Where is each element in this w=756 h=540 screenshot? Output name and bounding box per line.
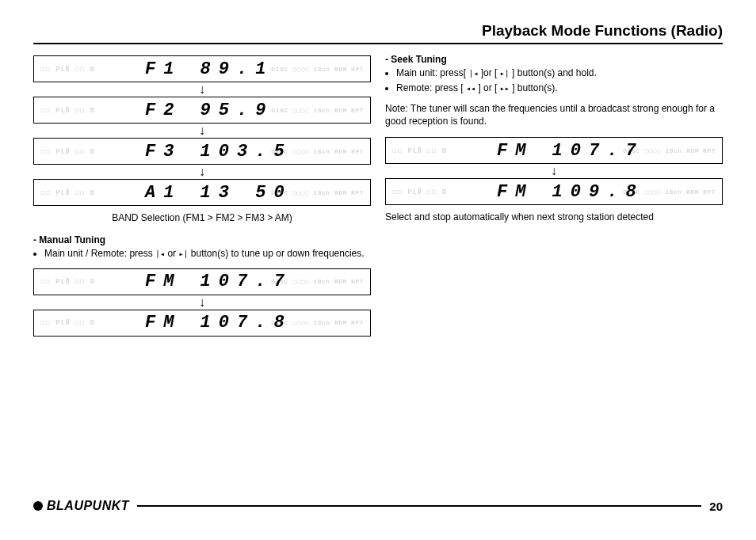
brand-text: BLAUPUNKT bbox=[47, 499, 129, 513]
brand-dot-icon bbox=[33, 501, 43, 511]
band-caption: BAND Selection (FM1 > FM2 > FM3 > AM) bbox=[33, 212, 371, 223]
brand-logo: BLAUPUNKT bbox=[33, 499, 129, 513]
prev-track-icon: |◂ bbox=[155, 249, 165, 260]
fast-forward-icon: ▸▸ bbox=[500, 84, 510, 95]
lcd-manual-1: ◻◻ PLⅡ ◻◻ DDISC ◯◯◯◯ 18ch RDM RPT FM 107… bbox=[33, 268, 371, 295]
next-track-icon: ▸| bbox=[500, 69, 510, 80]
content-columns: ◻◻ PLⅡ ◻◻ DDISC ◯◯◯◯ 18ch RDM RPT F1 89.… bbox=[33, 54, 723, 337]
seek-tuning-bullets: Main unit: press[ |◂ ]or [ ▸| ] button(s… bbox=[385, 67, 723, 94]
lcd-band-a1: ◻◻ PLⅡ ◻◻ DDISC ◯◯◯◯ 18ch RDM RPT A1 13 … bbox=[33, 179, 371, 206]
lcd-band-f2: ◻◻ PLⅡ ◻◻ DDISC ◯◯◯◯ 18ch RDM RPT F2 95.… bbox=[33, 97, 371, 124]
lcd-band-f1: ◻◻ PLⅡ ◻◻ DDISC ◯◯◯◯ 18ch RDM RPT F1 89.… bbox=[33, 55, 371, 82]
lcd-band-f3: ◻◻ PLⅡ ◻◻ DDISC ◯◯◯◯ 18ch RDM RPT F3 103… bbox=[33, 138, 371, 165]
arrow-down-icon: ↓ bbox=[33, 166, 371, 177]
page-title: Playback Mode Functions (Radio) bbox=[33, 22, 723, 44]
footer-rule bbox=[137, 505, 701, 507]
manual-tuning-bullet: Main unit / Remote: press |◂ or ▸| butto… bbox=[44, 247, 371, 260]
seek-bullet-remote: Remote: press [ ◂◂ ] or [ ▸▸ ] button(s)… bbox=[396, 82, 723, 95]
seek-caption: Select and stop automatically when next … bbox=[385, 211, 723, 222]
manual-tuning-bullets: Main unit / Remote: press |◂ or ▸| butto… bbox=[33, 247, 371, 260]
manual-tuning-heading: - Manual Tuning bbox=[33, 234, 371, 245]
seek-note: Note: The tuner will scan the frequencie… bbox=[385, 102, 723, 127]
arrow-down-icon: ↓ bbox=[385, 165, 723, 177]
page-footer: BLAUPUNKT 20 bbox=[33, 499, 723, 513]
lcd-manual-2: ◻◻ PLⅡ ◻◻ DDISC ◯◯◯◯ 18ch RDM RPT FM 107… bbox=[33, 310, 371, 337]
arrow-down-icon: ↓ bbox=[33, 84, 371, 95]
rewind-icon: ◂◂ bbox=[466, 84, 475, 95]
arrow-down-icon: ↓ bbox=[33, 297, 371, 308]
lcd-seek-2: ◻◻ PLⅡ ◻◻ DDISC ◯◯◯◯ 18ch RDM RPT FM 109… bbox=[385, 178, 723, 205]
left-column: ◻◻ PLⅡ ◻◻ DDISC ◯◯◯◯ 18ch RDM RPT F1 89.… bbox=[33, 54, 371, 337]
seek-bullet-main: Main unit: press[ |◂ ]or [ ▸| ] button(s… bbox=[396, 67, 723, 80]
seek-tuning-heading: - Seek Tuning bbox=[385, 54, 723, 65]
lcd-seek-1: ◻◻ PLⅡ ◻◻ DDISC ◯◯◯◯ 18ch RDM RPT FM 107… bbox=[385, 137, 723, 164]
arrow-down-icon: ↓ bbox=[33, 125, 371, 136]
page-number: 20 bbox=[709, 500, 723, 513]
right-column: - Seek Tuning Main unit: press[ |◂ ]or [… bbox=[385, 54, 723, 337]
prev-track-icon: |◂ bbox=[468, 69, 478, 80]
next-track-icon: ▸| bbox=[178, 249, 188, 260]
